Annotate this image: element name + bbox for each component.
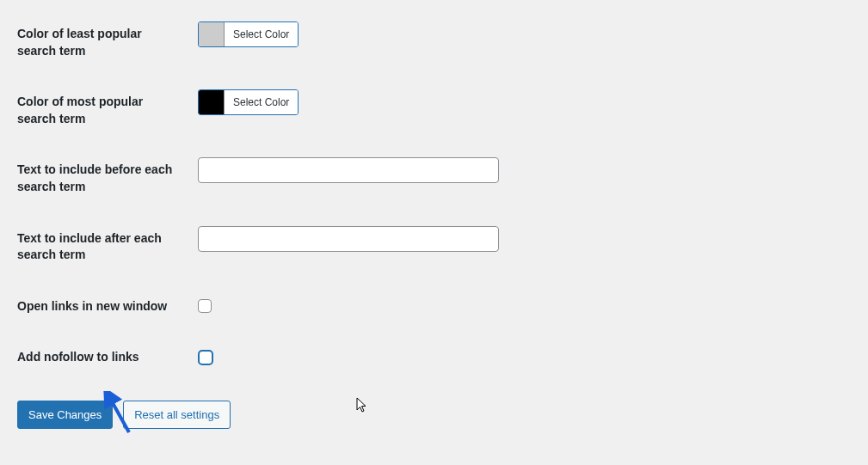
before-text-label: Text to include before each search term: [17, 162, 172, 193]
after-text-input[interactable]: [198, 226, 499, 252]
new-window-label: Open links in new window: [17, 299, 167, 313]
most-color-picker[interactable]: Select Color: [198, 89, 299, 115]
nofollow-checkbox[interactable]: [198, 350, 213, 365]
select-color-button[interactable]: Select Color: [225, 90, 298, 114]
select-color-button[interactable]: Select Color: [225, 22, 298, 46]
least-color-label: Color of least popular search term: [17, 27, 142, 58]
settings-table: Color of least popular search term Selec…: [0, 9, 868, 383]
reset-button[interactable]: Reset all settings: [123, 401, 231, 430]
nofollow-label: Add nofollow to links: [17, 350, 139, 364]
submit-row: Save Changes Reset all settings: [0, 383, 868, 447]
before-text-input[interactable]: [198, 157, 499, 183]
least-color-picker[interactable]: Select Color: [198, 21, 299, 47]
color-swatch-icon: [199, 22, 225, 46]
most-color-label: Color of most popular search term: [17, 95, 143, 125]
save-button[interactable]: Save Changes: [17, 401, 113, 430]
color-swatch-icon: [199, 90, 225, 114]
after-text-label: Text to include after each search term: [17, 231, 162, 262]
new-window-checkbox[interactable]: [198, 299, 212, 313]
